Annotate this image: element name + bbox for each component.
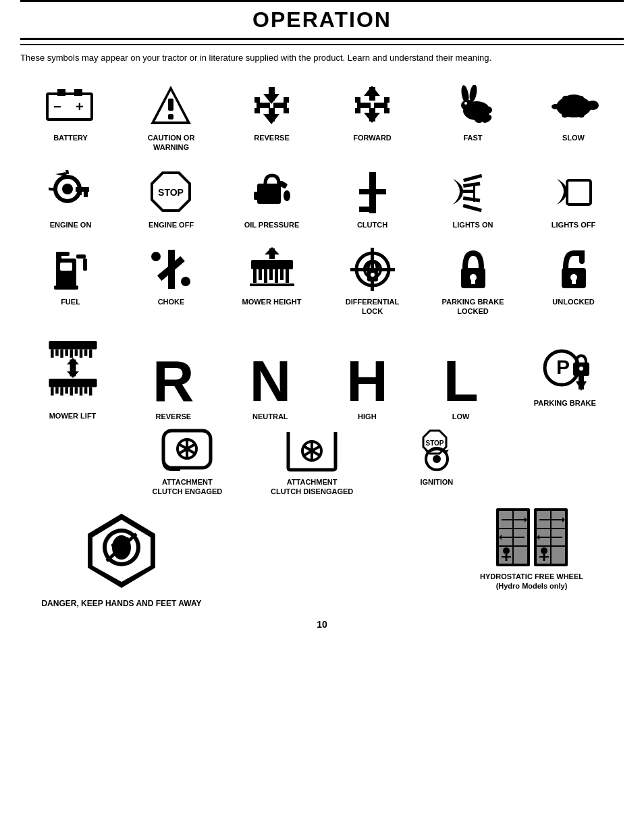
- svg-point-40: [587, 101, 599, 110]
- svg-rect-120: [60, 387, 63, 395]
- oil-pressure-icon: [245, 169, 299, 216]
- hydrostatic-label: HYDROSTATIC FREE WHEEL(Hydro Models only…: [480, 572, 583, 591]
- rnhl-l: L: [444, 352, 479, 410]
- svg-rect-75: [56, 252, 70, 256]
- symbol-danger-hands: DANGER, KEEP HANDS AND FEET AWAY: [20, 507, 223, 610]
- svg-rect-110: [74, 349, 77, 356]
- unlocked-label: UNLOCKED: [552, 297, 594, 306]
- slow-label: SLOW: [562, 133, 585, 142]
- svg-rect-108: [65, 349, 68, 356]
- svg-rect-87: [280, 269, 284, 280]
- lights-on-icon: [446, 169, 500, 216]
- svg-rect-64: [463, 182, 480, 187]
- subtitle: These symbols may appear on your tractor…: [20, 52, 624, 64]
- fuel-label: FUEL: [61, 297, 80, 306]
- svg-rect-72: [76, 254, 86, 259]
- svg-rect-12: [257, 103, 270, 108]
- svg-rect-71: [60, 263, 72, 271]
- rnhl-reverse: R REVERSE: [153, 352, 194, 421]
- svg-rect-82: [253, 269, 257, 283]
- svg-rect-22: [357, 103, 371, 108]
- clutch-disengaged-icon: [285, 426, 339, 473]
- svg-rect-106: [55, 349, 58, 356]
- symbol-battery: − + BATTERY: [20, 76, 121, 157]
- forward-icon: [346, 82, 400, 129]
- svg-rect-83: [259, 269, 262, 280]
- symbol-forward: FORWARD: [322, 76, 423, 157]
- symbol-lights-off: LIGHTS OFF: [523, 163, 624, 234]
- forward-label: FORWARD: [353, 133, 392, 142]
- hydrostatic-icon: [495, 507, 569, 568]
- svg-text:+: +: [76, 99, 84, 114]
- svg-rect-113: [89, 349, 92, 357]
- symbol-clutch-disengaged: ATTACHMENTCLUTCH DISENGAGED: [250, 426, 375, 497]
- svg-rect-118: [51, 387, 53, 395]
- svg-rect-69: [567, 180, 591, 205]
- symbol-oil-pressure: OIL PRESSURE: [221, 163, 322, 234]
- svg-rect-85: [269, 269, 273, 280]
- svg-rect-84: [264, 269, 267, 283]
- symbol-engine-on: ENGINE ON: [20, 163, 121, 234]
- mower-lift-icon: [46, 334, 100, 402]
- svg-point-80: [181, 277, 190, 286]
- svg-rect-81: [251, 260, 293, 269]
- svg-point-130: [579, 367, 583, 371]
- mower-lift-label: MOWER LIFT: [49, 411, 97, 421]
- svg-marker-115: [67, 358, 79, 364]
- svg-marker-29: [364, 113, 380, 123]
- svg-rect-126: [89, 387, 92, 395]
- engine-off-label: ENGINE OFF: [149, 220, 194, 230]
- lights-off-icon: [547, 169, 601, 216]
- svg-rect-103: [572, 277, 576, 284]
- symbol-reverse: REVERSE: [221, 76, 322, 157]
- mower-height-icon: [245, 246, 299, 293]
- svg-text:STOP: STOP: [425, 439, 444, 447]
- svg-rect-86: [275, 269, 278, 283]
- fast-label: FAST: [463, 133, 482, 142]
- svg-point-41: [552, 104, 560, 109]
- symbol-mower-height: MOWER HEIGHT: [221, 240, 322, 321]
- engine-on-label: ENGINE ON: [50, 220, 92, 230]
- svg-rect-49: [84, 192, 88, 197]
- row3-grid: FUEL CHOKE: [20, 240, 624, 321]
- svg-rect-9: [168, 114, 173, 119]
- svg-text:−: −: [53, 99, 61, 114]
- svg-rect-59: [369, 172, 376, 191]
- fuel-icon: [44, 246, 98, 293]
- rnhl-n-label: NEUTRAL: [252, 412, 288, 421]
- symbol-parking-brake-locked: PARKING BRAKELOCKED: [423, 240, 523, 321]
- svg-point-180: [541, 547, 547, 554]
- page-number: 10: [20, 619, 624, 630]
- svg-rect-117: [49, 379, 97, 387]
- svg-rect-65: [462, 196, 479, 202]
- clutch-icon: [346, 169, 400, 216]
- svg-rect-121: [65, 387, 68, 394]
- svg-rect-123: [74, 387, 77, 394]
- svg-rect-119: [55, 387, 58, 394]
- svg-marker-51: [55, 172, 68, 177]
- ignition-label: IGNITION: [420, 477, 453, 487]
- svg-marker-21: [364, 86, 380, 96]
- svg-marker-116: [67, 371, 79, 378]
- svg-point-79: [151, 252, 161, 261]
- symbol-engine-off: STOP ENGINE OFF: [121, 163, 221, 234]
- svg-marker-19: [263, 114, 279, 124]
- clutch-engaged-icon: [160, 426, 214, 473]
- diff-lock-icon: [346, 246, 400, 293]
- engine-off-icon: STOP: [144, 169, 198, 216]
- svg-rect-66: [463, 174, 482, 182]
- svg-rect-105: [51, 349, 53, 357]
- symbol-clutch: CLUTCH: [322, 163, 423, 234]
- symbol-hydrostatic: HYDROSTATIC FREE WHEEL(Hydro Models only…: [480, 507, 583, 591]
- svg-rect-48: [76, 187, 89, 192]
- rnhl-parking-brake: P PARKING BRAKE: [534, 342, 596, 421]
- ignition-icon: STOP: [410, 426, 464, 473]
- diff-lock-label: DIFFERENTIALLOCK: [346, 297, 399, 317]
- rnhl-h-label: HIGH: [358, 412, 377, 421]
- battery-label: BATTERY: [53, 133, 88, 142]
- mower-height-label: MOWER HEIGHT: [242, 297, 302, 306]
- symbol-fast: FAST: [423, 76, 523, 157]
- slow-icon: [547, 82, 601, 129]
- symbol-caution: CAUTION ORWARNING: [121, 76, 221, 157]
- svg-rect-8: [168, 99, 173, 111]
